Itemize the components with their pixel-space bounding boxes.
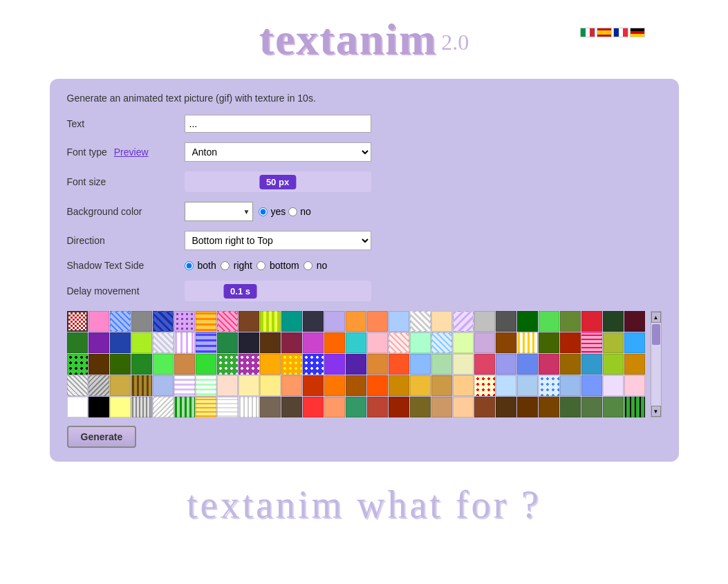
texture-cell[interactable] — [603, 354, 624, 375]
texture-cell[interactable] — [131, 332, 152, 353]
texture-cell[interactable] — [496, 332, 516, 353]
direction-select[interactable]: Bottom right to Top Left to Right Right … — [185, 231, 371, 250]
texture-cell[interactable] — [217, 311, 238, 332]
texture-cell[interactable] — [239, 332, 259, 353]
texture-cell[interactable] — [153, 311, 174, 332]
texture-cell[interactable] — [581, 311, 602, 332]
bgcolor-no-label[interactable]: no — [300, 206, 311, 217]
texture-cell[interactable] — [153, 397, 174, 417]
texture-cell[interactable] — [410, 311, 431, 332]
texture-cell[interactable] — [560, 332, 581, 353]
texture-cell[interactable] — [517, 332, 538, 353]
texture-cell[interactable] — [239, 375, 259, 396]
texture-scrollbar[interactable]: ▲ ▼ — [651, 311, 662, 417]
texture-cell[interactable] — [153, 332, 174, 353]
texture-cell[interactable] — [174, 397, 195, 417]
texture-cell[interactable] — [196, 375, 216, 396]
shadow-right-label[interactable]: right — [234, 260, 252, 271]
texture-cell[interactable] — [196, 332, 216, 353]
texture-cell[interactable] — [110, 375, 131, 396]
texture-cell[interactable] — [67, 375, 88, 396]
texture-cell[interactable] — [496, 375, 516, 396]
texture-cell[interactable] — [131, 354, 152, 375]
texture-cell[interactable] — [281, 311, 302, 332]
texture-cell[interactable] — [496, 397, 516, 417]
texture-cell[interactable] — [367, 354, 388, 375]
texture-cell[interactable] — [346, 397, 366, 417]
texture-cell[interactable] — [217, 354, 238, 375]
shadow-no-radio[interactable] — [304, 261, 312, 270]
shadow-both-label[interactable]: both — [198, 260, 216, 271]
texture-cell[interactable] — [389, 354, 409, 375]
texture-cell[interactable] — [581, 397, 602, 417]
texture-cell[interactable] — [453, 354, 474, 375]
texture-cell[interactable] — [174, 332, 195, 353]
shadow-bottom-label[interactable]: bottom — [270, 260, 299, 271]
scrollbar-track[interactable] — [651, 323, 661, 406]
texture-cell[interactable] — [260, 397, 281, 417]
font-preview-link[interactable]: Preview — [114, 147, 149, 158]
texture-cell[interactable] — [67, 354, 88, 375]
texture-cell[interactable] — [88, 354, 109, 375]
texture-cell[interactable] — [281, 375, 302, 396]
texture-cell[interactable] — [217, 397, 238, 417]
texture-cell[interactable] — [560, 311, 581, 332]
texture-cell[interactable] — [67, 397, 88, 417]
texture-cell[interactable] — [281, 354, 302, 375]
texture-cell[interactable] — [560, 375, 581, 396]
texture-cell[interactable] — [131, 397, 152, 417]
texture-cell[interactable] — [560, 397, 581, 417]
texture-cell[interactable] — [539, 311, 559, 332]
texture-cell[interactable] — [196, 311, 216, 332]
texture-cell[interactable] — [217, 332, 238, 353]
texture-cell[interactable] — [603, 311, 624, 332]
texture-cell[interactable] — [67, 332, 88, 353]
texture-cell[interactable] — [389, 332, 409, 353]
texture-cell[interactable] — [581, 375, 602, 396]
shadow-both-radio[interactable] — [185, 261, 194, 270]
texture-cell[interactable] — [324, 311, 345, 332]
flag-french[interactable] — [613, 28, 628, 37]
texture-cell[interactable] — [303, 397, 324, 417]
texture-cell[interactable] — [88, 332, 109, 353]
texture-cell[interactable] — [539, 397, 559, 417]
texture-cell[interactable] — [367, 332, 388, 353]
texture-cell[interactable] — [389, 375, 409, 396]
texture-cell[interactable] — [624, 311, 645, 332]
bgcolor-yes-label[interactable]: yes — [270, 206, 286, 217]
texture-cell[interactable] — [239, 311, 259, 332]
texture-cell[interactable] — [346, 354, 366, 375]
shadow-right-radio[interactable] — [221, 261, 230, 270]
texture-cell[interactable] — [474, 397, 495, 417]
texture-cell[interactable] — [88, 375, 109, 396]
texture-cell[interactable] — [110, 311, 131, 332]
texture-cell[interactable] — [517, 354, 538, 375]
scrollbar-thumb[interactable] — [652, 324, 660, 345]
texture-cell[interactable] — [367, 311, 388, 332]
texture-cell[interactable] — [131, 311, 152, 332]
texture-cell[interactable] — [367, 397, 388, 417]
texture-cell[interactable] — [174, 375, 195, 396]
texture-cell[interactable] — [517, 397, 538, 417]
texture-cell[interactable] — [624, 354, 645, 375]
texture-cell[interactable] — [517, 311, 538, 332]
texture-cell[interactable] — [624, 332, 645, 353]
bgcolor-yes-radio[interactable] — [259, 207, 268, 216]
texture-cell[interactable] — [453, 311, 474, 332]
texture-cell[interactable] — [217, 375, 238, 396]
texture-cell[interactable] — [153, 375, 174, 396]
texture-cell[interactable] — [453, 397, 474, 417]
texture-cell[interactable] — [431, 397, 452, 417]
texture-cell[interactable] — [260, 375, 281, 396]
texture-cell[interactable] — [496, 354, 516, 375]
texture-cell[interactable] — [431, 375, 452, 396]
text-input[interactable] — [185, 115, 371, 133]
shadow-no-label[interactable]: no — [317, 260, 328, 271]
texture-cell[interactable] — [453, 375, 474, 396]
texture-cell[interactable] — [153, 354, 174, 375]
texture-cell[interactable] — [303, 311, 324, 332]
texture-cell[interactable] — [303, 332, 324, 353]
texture-cell[interactable] — [624, 375, 645, 396]
texture-cell[interactable] — [88, 311, 109, 332]
texture-cell[interactable] — [431, 311, 452, 332]
